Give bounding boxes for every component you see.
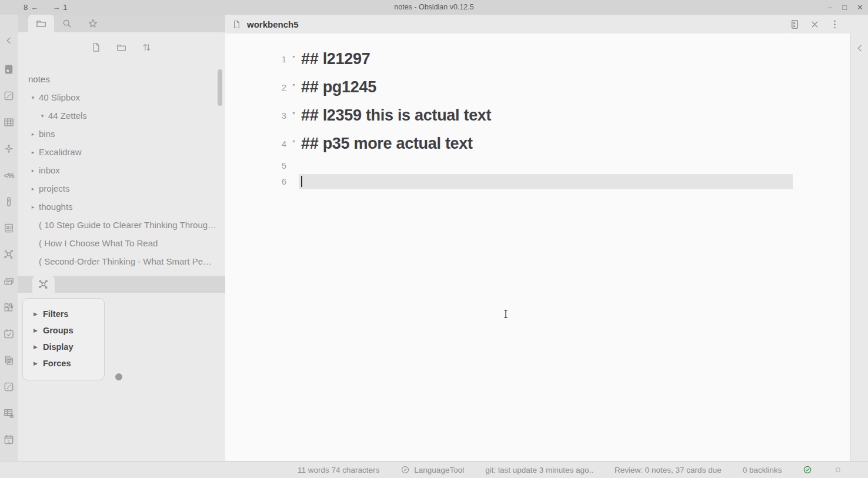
starred-button[interactable] <box>2 63 15 75</box>
tree-item-label: ( The Complete Guide to Effective Readi… <box>39 275 206 276</box>
fold-arrow-icon[interactable]: ▾ <box>286 82 301 92</box>
editor-content[interactable]: 1▾## l212972▾## pg12453▾## l2359 this is… <box>225 34 850 461</box>
expand-right-sidebar-icon[interactable] <box>854 42 866 54</box>
templater-button[interactable]: <% <box>2 169 15 181</box>
tree-folder-item[interactable]: ▸bins <box>18 125 225 143</box>
cards-icon <box>3 275 15 287</box>
capsule-icon <box>3 196 15 208</box>
copy-note-button[interactable] <box>2 355 15 366</box>
tree-item-label: thoughts <box>39 202 73 212</box>
flashcards-button[interactable] <box>2 275 15 287</box>
graph-icon <box>3 249 15 260</box>
editor-line[interactable]: 2▾## pg1245 <box>225 73 850 101</box>
sync-ok-indicator[interactable] <box>803 465 812 474</box>
graph-tab-strip <box>18 276 225 293</box>
tree-folder-item[interactable]: ▸Excalidraw <box>18 143 225 161</box>
graph-section-groups[interactable]: ▶Groups <box>23 322 104 339</box>
fold-arrow-icon[interactable]: ▾ <box>286 54 301 64</box>
new-note-button[interactable] <box>91 42 102 55</box>
minimize-button[interactable]: – <box>828 3 832 12</box>
scrollbar-thumb[interactable] <box>218 69 222 106</box>
graph-section-filters[interactable]: ▶Filters <box>23 306 104 322</box>
tree-item-label: ( 10 Step Guide to Clearer Thinking Thro… <box>39 220 216 230</box>
review-status[interactable]: Review: 0 notes, 37 cards due <box>615 466 722 474</box>
expand-arrow-icon: ▶ <box>34 344 38 350</box>
editor-line[interactable]: 6 <box>225 173 850 189</box>
close-note-icon[interactable] <box>809 19 820 30</box>
search-tab[interactable] <box>54 15 80 32</box>
card-settings-button[interactable] <box>2 222 15 234</box>
file-explorer-tab[interactable] <box>28 15 54 32</box>
graph-section-forces[interactable]: ▶Forces <box>23 355 104 372</box>
review-calendar-button[interactable] <box>2 328 15 340</box>
blocks-button[interactable] <box>2 302 15 313</box>
fold-spacer <box>286 163 301 168</box>
graph-view-button[interactable] <box>2 249 15 260</box>
line-text[interactable]: ## pg1245 <box>301 78 376 96</box>
calendar-check-icon <box>3 328 15 340</box>
editor-line[interactable]: 3▾## l2359 this is actual text <box>225 101 850 129</box>
languagetool-status[interactable]: LanguageTool <box>400 465 464 474</box>
reading-mode-icon[interactable] <box>789 19 800 30</box>
expand-arrow-icon[interactable]: ▸ <box>27 131 39 137</box>
graph-controls-tab[interactable] <box>32 276 55 293</box>
expand-arrow-icon[interactable]: ▸ <box>27 186 39 192</box>
daily-note-button[interactable]: 1 <box>2 434 15 446</box>
tree-folder-item[interactable]: ▾44 Zettels <box>18 106 225 125</box>
line-text[interactable]: ## p35 more actual text <box>301 135 473 153</box>
editor-line[interactable]: 4▾## p35 more actual text <box>225 129 850 158</box>
graph-section-display[interactable]: ▶Display <box>23 339 104 355</box>
tree-folder-item[interactable]: ▸thoughts <box>18 198 225 216</box>
line-number: 6 <box>225 176 286 186</box>
explorer-toolbar <box>18 32 225 65</box>
sidebar-tab-strip <box>18 15 225 32</box>
tree-file-item[interactable]: ( The Complete Guide to Effective Readi… <box>18 270 225 276</box>
save-indicator[interactable] <box>833 465 843 474</box>
fold-arrow-icon[interactable]: ▾ <box>286 111 301 121</box>
line-text[interactable] <box>299 174 793 189</box>
graph-node[interactable] <box>115 373 122 380</box>
tree-file-item[interactable]: ( Second-Order Thinking - What Smart Pe… <box>18 252 225 270</box>
folder-icon <box>35 18 47 29</box>
fold-arrow-icon[interactable]: ▾ <box>286 139 301 149</box>
new-file-icon <box>91 42 102 53</box>
mouse-ibeam-cursor <box>500 308 512 320</box>
line-text[interactable]: ## l21297 <box>301 50 370 68</box>
copy-icon <box>3 355 15 366</box>
left-sidebar: notes ▾40 Slipbox▾44 Zettels▸bins▸Excali… <box>18 15 225 461</box>
tree-file-item[interactable]: ( How I Choose What To Read <box>18 234 225 252</box>
tree-folder-item[interactable]: ▾40 Slipbox <box>18 88 225 106</box>
random-note-2-button[interactable] <box>2 381 15 393</box>
collapse-sidebar-icon[interactable] <box>3 35 15 46</box>
line-number: 2 <box>225 82 286 92</box>
new-folder-button[interactable] <box>116 42 127 55</box>
random-note-button[interactable] <box>2 90 15 102</box>
git-status[interactable]: git: last update 3 minutes ago.. <box>485 466 593 474</box>
sort-order-button[interactable] <box>141 42 152 55</box>
graph-pane: ▶Filters▶Groups▶Display▶Forces <box>18 293 225 461</box>
tree-folder-item[interactable]: ▸projects <box>18 179 225 198</box>
window-title: notes - Obsidian v0.12.5 <box>0 0 868 15</box>
collapse-arrow-icon[interactable]: ▾ <box>27 95 39 101</box>
expand-arrow-icon[interactable]: ▸ <box>27 168 39 173</box>
table-view-button[interactable] <box>2 116 15 128</box>
tree-file-item[interactable]: ( 10 Step Guide to Clearer Thinking Thro… <box>18 216 225 234</box>
editor-line[interactable]: 1▾## l21297 <box>225 45 850 73</box>
collapse-arrow-icon[interactable]: ▾ <box>36 113 48 119</box>
move-arrows-button[interactable] <box>2 143 15 155</box>
more-options-icon[interactable] <box>829 19 840 30</box>
pill-button[interactable] <box>2 196 15 208</box>
table-settings-button[interactable] <box>2 407 15 419</box>
graph-icon <box>38 279 49 290</box>
word-count[interactable]: 11 words 74 characters <box>298 466 379 474</box>
maximize-button[interactable]: □ <box>842 3 847 12</box>
expand-arrow-icon[interactable]: ▸ <box>27 204 39 210</box>
backlinks-count[interactable]: 0 backlinks <box>743 466 782 474</box>
editor-line[interactable]: 5 <box>225 158 850 173</box>
status-label: git: last update 3 minutes ago.. <box>485 466 593 474</box>
tree-folder-item[interactable]: ▸inbox <box>18 161 225 179</box>
starred-tab[interactable] <box>80 15 106 32</box>
expand-arrow-icon[interactable]: ▸ <box>27 149 39 155</box>
close-window-button[interactable]: ✕ <box>857 3 863 12</box>
line-text[interactable]: ## l2359 this is actual text <box>301 106 491 125</box>
